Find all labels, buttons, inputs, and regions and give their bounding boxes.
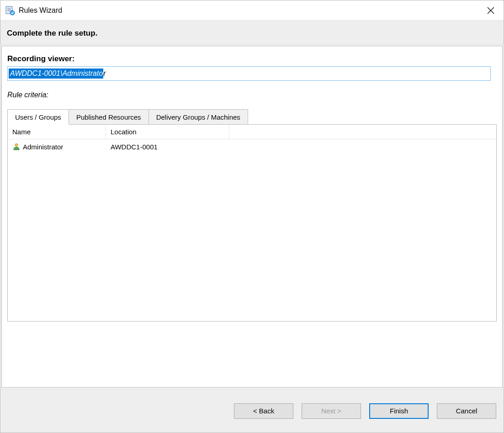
tab-delivery-groups-machines[interactable]: Delivery Groups / Machines (149, 109, 248, 124)
user-icon (12, 143, 21, 151)
svg-point-7 (15, 144, 18, 147)
wizard-footer: < Back Next > Finish Cancel (0, 389, 504, 433)
svg-point-4 (10, 11, 15, 15)
cell-location: AWDDC1-0001 (106, 142, 229, 152)
close-button[interactable] (481, 1, 501, 20)
rule-criteria-label: Rule criteria: (7, 91, 497, 99)
cancel-button[interactable]: Cancel (437, 403, 496, 419)
recording-viewer-tail: r (103, 69, 106, 78)
main-area: Recording viewer: AWDDC1-0001\Administra… (0, 45, 504, 389)
column-header-name[interactable]: Name (8, 125, 106, 139)
criteria-tabs: Users / Groups Published Resources Deliv… (7, 109, 497, 124)
cell-name: Administrator (8, 141, 106, 152)
finish-button[interactable]: Finish (369, 403, 429, 419)
table-row[interactable]: Administrator AWDDC1-0001 (8, 139, 496, 154)
wizard-step-header: Complete the rule setup. (0, 21, 504, 45)
recording-viewer-input[interactable]: AWDDC1-0001\Administrator (7, 66, 491, 81)
criteria-tabpanel: Name Location Administrator (7, 124, 497, 322)
close-icon (487, 7, 494, 14)
tab-users-groups[interactable]: Users / Groups (7, 109, 69, 125)
titlebar: Rules Wizard (0, 0, 504, 21)
cell-location-text: AWDDC1-0001 (111, 143, 158, 151)
window-title: Rules Wizard (19, 6, 481, 15)
rules-wizard-window: Rules Wizard Complete the rule setup. Re… (0, 0, 504, 433)
recording-viewer-selection: AWDDC1-0001\Administrato (9, 69, 103, 79)
content-frame: Recording viewer: AWDDC1-0001\Administra… (1, 46, 503, 388)
cell-name-text: Administrator (23, 143, 63, 151)
next-button: Next > (302, 403, 361, 419)
column-header-location[interactable]: Location (106, 125, 229, 139)
recording-viewer-label: Recording viewer: (7, 54, 497, 63)
wizard-icon (5, 5, 15, 16)
tab-published-resources[interactable]: Published Resources (69, 109, 149, 124)
back-button[interactable]: < Back (234, 403, 293, 419)
criteria-table-header: Name Location (8, 125, 496, 139)
